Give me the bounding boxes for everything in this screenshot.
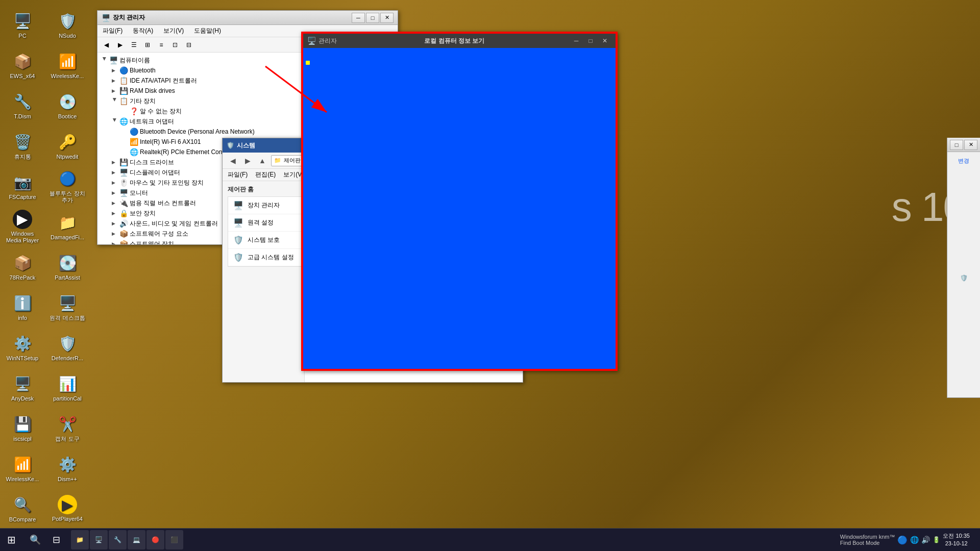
desktop-icon-partitioncal[interactable]: 📊 partitionCal: [47, 369, 88, 407]
dm-menu-file[interactable]: 파일(F): [100, 26, 125, 36]
partial-maximize-button[interactable]: □: [950, 140, 963, 150]
winntsetup-label: WinNTSetup: [7, 355, 38, 362]
taskbar-search-icon[interactable]: 🔍: [26, 530, 45, 549]
partial-shield-icon: 🛡️: [960, 274, 968, 282]
desktop-icon-remote[interactable]: 🖥️ 원격 데스크톱: [47, 288, 88, 327]
taskbar-item-3[interactable]: 💻: [128, 530, 145, 549]
desktop-icon-dism[interactable]: ⚙️ Dism++: [47, 449, 88, 488]
address-icon: 📁: [274, 157, 281, 164]
device-manager-title: 장치 관리자: [113, 13, 349, 22]
taskbar-taskview-icon[interactable]: ⊟: [46, 530, 66, 549]
sys-menu-file[interactable]: 파일(F): [225, 169, 250, 180]
damagedfi-label: DamagedFi...: [51, 234, 84, 241]
desktop-icon-info[interactable]: ℹ️ info: [2, 288, 43, 327]
taskbar-item-explorer[interactable]: 📁: [71, 530, 89, 549]
dm-view-btn3[interactable]: ≡: [155, 39, 167, 51]
desktop-icon-wireless1[interactable]: 📶 WirelessKe...: [2, 449, 43, 488]
admin-title-left: 관리자: [318, 37, 337, 45]
clock-time: 오전 10:35: [943, 532, 970, 540]
partial-change-link[interactable]: 변경: [958, 157, 969, 165]
desktop-icon-recycle[interactable]: 🗑️ 휴지통: [2, 127, 43, 165]
show-desktop-button[interactable]: [972, 530, 975, 549]
tray-battery-icon[interactable]: 🔋: [933, 536, 940, 543]
partassist-label: PartAssist: [55, 274, 80, 281]
device-manager-maximize-button[interactable]: □: [366, 13, 379, 23]
bluetooth-label: 블루투스 장치 추가: [49, 190, 86, 204]
desktop-icon-defenderr[interactable]: 🛡️ DefenderR...: [47, 329, 88, 367]
taskbar-item-1[interactable]: 🖥️: [90, 530, 108, 549]
desktop-icon-pc[interactable]: 🖥️ PC: [2, 6, 43, 44]
tray-network-icon[interactable]: 🌐: [910, 536, 919, 544]
root-icon: 🖥️: [109, 56, 118, 64]
system-sidebar: 제어판 홈 🖥️ 장치 관리자 🖥️ 원격 설정 🛡️ 시스템 보호: [223, 181, 304, 382]
bootice-icon: 💿: [57, 91, 78, 112]
desktop-icon-tdism[interactable]: 🔧 T.Dism: [2, 87, 43, 125]
network-arrow: ▶: [112, 118, 117, 124]
desktop-icon-partassist[interactable]: 💽 PartAssist: [47, 248, 88, 286]
wireless2-label: WirelessKe...: [51, 73, 84, 80]
taskbar-items: 📁 🖥️ 🔧 💻 🔴 ⬛: [68, 530, 835, 549]
partial-close-button[interactable]: ✕: [964, 140, 977, 150]
desktop-icon-anydesk[interactable]: 🖥️ AnyDesk: [2, 369, 43, 407]
desktop-icon-damagedfi[interactable]: 📁 DamagedFi...: [47, 208, 88, 246]
recycle-icon: 🗑️: [12, 132, 33, 152]
admin-titlebar[interactable]: 🖥️ 관리자 로컬 컴퓨터 정보 보기 ─ □ ✕: [303, 34, 616, 48]
dm-view-btn5[interactable]: ⊟: [183, 39, 195, 51]
admin-close-button[interactable]: ✕: [598, 36, 611, 46]
taskbar-item-5[interactable]: ⬛: [165, 530, 183, 549]
desktop-icon-winntsetup[interactable]: ⚙️ WinNTSetup: [2, 329, 43, 367]
admin-minimize-button[interactable]: ─: [570, 36, 583, 46]
desktop-icon-bcompare[interactable]: 🔍 BCompare: [2, 490, 43, 528]
desktop-icon-nsudo[interactable]: 🛡️ NSudo: [47, 6, 88, 44]
sys-back-button[interactable]: ◀: [227, 155, 239, 166]
taskbar-item-4[interactable]: 🔴: [146, 530, 164, 549]
dm-menu-view[interactable]: 보기(V): [161, 26, 186, 36]
iscsi-label: iscsicpl: [13, 436, 31, 442]
tray-bluetooth-icon[interactable]: 🔵: [897, 535, 908, 545]
sys-menu-edit[interactable]: 편집(E): [253, 169, 278, 180]
sys-remote-icon: 🖥️: [233, 218, 243, 228]
admin-window: 🖥️ 관리자 로컬 컴퓨터 정보 보기 ─ □ ✕: [301, 32, 618, 371]
desktop-icon-wmplayer[interactable]: ▶ Windows Media Player: [2, 208, 43, 246]
dm-view-btn4[interactable]: ⊡: [169, 39, 181, 51]
tray-volume-icon[interactable]: 🔊: [921, 536, 930, 544]
tdism-icon: 🔧: [12, 91, 33, 112]
taskbar-clock[interactable]: 오전 10:35 23-10-12: [943, 532, 970, 548]
defenderr-label: DefenderR...: [52, 355, 83, 362]
desktop-icon-fscapture[interactable]: 📷 FSCapture: [2, 167, 43, 206]
sys-forward-button[interactable]: ▶: [241, 155, 254, 166]
other-arrow: ▶: [112, 98, 117, 104]
desktop-icon-wireless2[interactable]: 📶 WirelessKe...: [47, 46, 88, 85]
remote-icon: 🖥️: [57, 293, 78, 313]
desktop-icon-ntpwedit[interactable]: 🔑 Ntpwedit: [47, 127, 88, 165]
partial-content: 변경 🛡️: [947, 152, 980, 287]
dm-view-btn1[interactable]: ☰: [128, 39, 140, 51]
desktop-icon-iscsi[interactable]: 💾 iscsicpl: [2, 409, 43, 447]
dm-view-btn2[interactable]: ⊞: [141, 39, 154, 51]
sys-up-button[interactable]: ▲: [256, 155, 268, 166]
taskbar-item-2[interactable]: 🔧: [109, 530, 127, 549]
taskbar-item2-icon: 🔧: [114, 536, 121, 543]
device-manager-minimize-button[interactable]: ─: [352, 13, 365, 23]
sys-dm-label: 장치 관리자: [248, 201, 280, 210]
desktop-icon-ews[interactable]: 📦 EWS_x64: [2, 46, 43, 85]
desktop-icon-capture[interactable]: ✂️ 캡쳐 도구: [47, 409, 88, 447]
anydesk-label: AnyDesk: [11, 395, 34, 402]
tray-text: Windowsforum knm™ Find Boot Mode: [840, 534, 895, 546]
dm-forward-button[interactable]: ▶: [114, 39, 126, 51]
dm-menu-help[interactable]: 도움말(H): [191, 26, 224, 36]
device-manager-titlebar[interactable]: 🖥️ 장치 관리자 ─ □ ✕: [97, 11, 398, 25]
desktop-icon-potplayer[interactable]: ▶ PotPlayer64: [47, 490, 88, 528]
sys-advanced-label: 고급 시스템 설정: [248, 253, 294, 262]
dm-menu-action[interactable]: 동작(A): [130, 26, 156, 36]
fscapture-label: FSCapture: [9, 194, 36, 201]
desktop-icon-78repack[interactable]: 📦 78RePack: [2, 248, 43, 286]
desktop-icon-bootice[interactable]: 💿 Bootice: [47, 87, 88, 125]
admin-maximize-button[interactable]: □: [584, 36, 597, 46]
bcompare-label: BCompare: [9, 516, 36, 523]
taskbar-explorer-icon: 📁: [76, 536, 84, 543]
dm-back-button[interactable]: ◀: [100, 39, 112, 51]
start-button[interactable]: ⊞: [0, 529, 23, 552]
desktop-icon-bluetooth[interactable]: 🔵 블루투스 장치 추가: [47, 167, 88, 206]
device-manager-close-button[interactable]: ✕: [380, 13, 394, 23]
